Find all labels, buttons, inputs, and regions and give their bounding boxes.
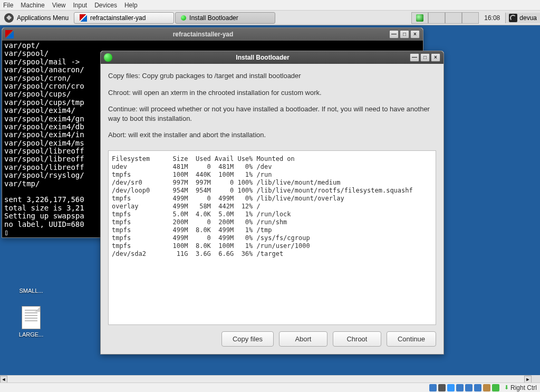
taskbar-label-1: refractainstaller-yad <box>90 14 146 22</box>
tray-slot-1 <box>428 12 445 24</box>
host-key-label: Right Ctrl <box>510 384 537 391</box>
dialog-text-continue: Continue: will proceed whether or not yo… <box>108 104 436 123</box>
refracta-icon <box>80 14 87 22</box>
dialog-text-abort: Abort: will exit the installer and abort… <box>108 130 436 140</box>
user-indicator[interactable]: devua <box>505 13 540 23</box>
vm-menu-input[interactable]: Input <box>73 2 88 9</box>
applications-menu-icon <box>4 13 14 23</box>
scroll-track[interactable] <box>7 376 524 383</box>
vm-usb-icon[interactable] <box>465 384 472 391</box>
file-icon <box>22 306 41 329</box>
vm-menu-view[interactable]: View <box>52 2 66 9</box>
dialog-maximize-button[interactable]: □ <box>420 53 430 62</box>
scroll-right-button[interactable]: ► <box>524 376 532 383</box>
terminal-minimize-button[interactable]: — <box>389 30 399 39</box>
install-bootloader-dialog[interactable]: Install Bootloader — □ × Copy files: Cop… <box>100 51 444 355</box>
terminal-title-text: refractainstaller-yad <box>17 31 389 38</box>
vm-menubar: File Machine View Input Devices Help <box>0 0 540 11</box>
dialog-minimize-button[interactable]: — <box>410 53 419 62</box>
abort-button[interactable]: Abort <box>279 331 327 347</box>
terminal-titlebar[interactable]: refractainstaller-yad — □ × <box>2 28 423 41</box>
dialog-title-text: Install Bootloader <box>115 54 410 61</box>
desktop-icon-small[interactable]: SMALL... <box>13 288 50 294</box>
vm-menu-file[interactable]: File <box>3 2 13 9</box>
tray-indicator[interactable] <box>411 12 428 24</box>
dialog-text-copyfiles: Copy files: Copy grub packages to /targe… <box>108 71 436 81</box>
desktop-icon-small-label: SMALL... <box>13 288 50 294</box>
panel-clock[interactable]: 16:08 <box>479 14 505 22</box>
dialog-text-chroot: Chroot: will open an xterm in the chroot… <box>108 88 436 98</box>
terminal-maximize-button[interactable]: □ <box>400 30 409 39</box>
taskbar-item-refractainstaller[interactable]: refractainstaller-yad <box>74 12 174 24</box>
vm-recording-icon[interactable] <box>492 384 499 391</box>
vm-audio-icon[interactable] <box>447 384 455 391</box>
dialog-titlebar[interactable]: Install Bootloader — □ × <box>101 51 443 64</box>
chroot-button[interactable]: Chroot <box>333 331 381 347</box>
host-key-arrow-icon: ⬇ <box>504 384 509 391</box>
vm-menu-help[interactable]: Help <box>124 2 138 9</box>
desktop-icon-large-label: LARGE... <box>13 331 50 338</box>
desktop-panel: Applications Menu refractainstaller-yad … <box>0 11 540 25</box>
user-label: devua <box>519 14 537 22</box>
desktop-icon-large[interactable]: LARGE... <box>13 306 50 338</box>
dialog-button-row: Copy files Abort Chroot Continue <box>108 331 436 347</box>
continue-button[interactable]: Continue <box>387 331 436 347</box>
vm-menu-devices[interactable]: Devices <box>94 2 117 9</box>
vm-network-icon[interactable] <box>456 384 464 391</box>
vm-menu-machine[interactable]: Machine <box>21 2 44 9</box>
copy-files-button[interactable]: Copy files <box>221 331 274 347</box>
vm-status-bar: ⬇ Right Ctrl <box>0 383 540 392</box>
vm-shared-folders-icon[interactable] <box>474 384 481 391</box>
tray-slot-2 <box>445 12 462 24</box>
vm-host-key-indicator: ⬇ Right Ctrl <box>504 384 537 391</box>
taskbar-item-install-bootloader[interactable]: Install Bootloader <box>175 12 275 24</box>
applications-menu-label: Applications Menu <box>17 14 69 22</box>
applications-menu-button[interactable]: Applications Menu <box>0 12 73 24</box>
dialog-app-icon <box>104 53 112 62</box>
scroll-left-button[interactable]: ◄ <box>0 376 7 383</box>
scroll-corner <box>532 375 540 383</box>
vm-horizontal-scrollbar[interactable]: ◄ ► <box>0 375 532 383</box>
filesystem-table[interactable]: Filesystem Size Used Avail Use% Mounted … <box>108 150 436 325</box>
tray-slot-3 <box>462 12 479 24</box>
bootloader-icon <box>181 15 186 21</box>
tray-green-icon <box>416 14 423 22</box>
vm-hdd-icon[interactable] <box>429 384 437 391</box>
dialog-instructions: Copy files: Copy grub packages to /targe… <box>108 71 436 147</box>
vm-optical-icon[interactable] <box>438 384 446 391</box>
taskbar-label-2: Install Bootloader <box>189 14 238 22</box>
terminal-close-button[interactable]: × <box>410 30 420 39</box>
terminal-app-icon <box>5 30 14 39</box>
devuan-swirl-icon <box>509 14 517 22</box>
dialog-body: Copy files: Copy grub packages to /targe… <box>101 64 443 354</box>
dialog-close-button[interactable]: × <box>431 53 440 62</box>
vm-display-icon[interactable] <box>483 384 490 391</box>
